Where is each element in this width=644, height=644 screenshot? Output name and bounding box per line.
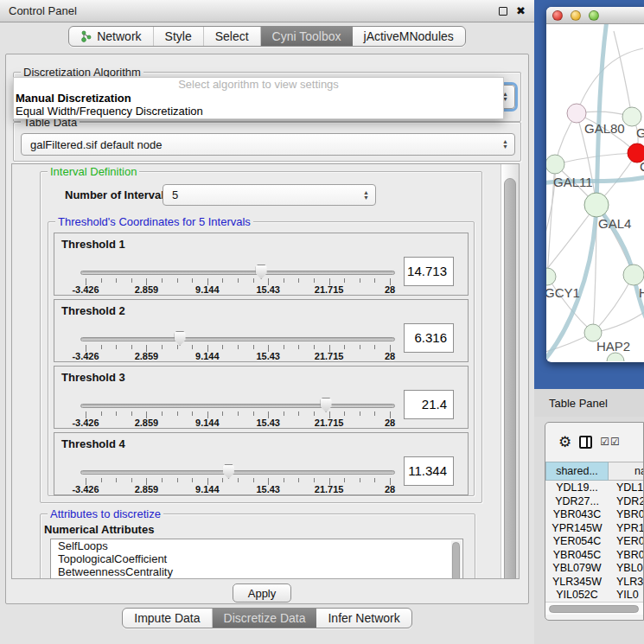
table-header-row: shared... na [545, 462, 644, 481]
attribute-item-topologicalcoefficient[interactable]: TopologicalCoefficient [51, 552, 462, 565]
network-node[interactable] [607, 353, 624, 361]
slider-track[interactable] [80, 404, 395, 408]
network-icon [80, 30, 92, 42]
numerical-attributes-list[interactable]: SelfLoopsTopologicalCoefficientBetweenne… [50, 539, 463, 579]
slider-tick-labels: -3.4262.8599.14415.4321.71528 [86, 418, 390, 428]
combo-arrows-icon: ▲▼ [502, 139, 508, 150]
attribute-item-selfloops[interactable]: SelfLoops [51, 539, 462, 552]
node-label-gal11: GAL11 [553, 175, 593, 189]
network-node[interactable] [546, 268, 556, 285]
float-window-icon[interactable] [499, 7, 507, 16]
threshold-value-field[interactable]: 14.713 [404, 257, 454, 286]
bottom-tabbar: Impute DataDiscretize DataInfer Network [0, 608, 534, 628]
combo-arrows-icon: ▲▼ [363, 190, 369, 201]
network-canvas[interactable]: GAL80GACGAL11GAL4GCY1HHAP2 [546, 24, 644, 361]
network-node[interactable] [567, 104, 586, 123]
tab-jactivemnodules[interactable]: jActiveMNodules [353, 27, 465, 46]
threshold-value-field[interactable]: 11.344 [404, 456, 454, 486]
network-node[interactable] [546, 155, 564, 174]
network-edge[interactable] [577, 48, 643, 113]
table-panel-title: Table Panel [549, 397, 608, 410]
tab-impute-data[interactable]: Impute Data [123, 609, 212, 628]
threshold-value-field[interactable]: 6.316 [404, 323, 454, 353]
scrollbar-thumb[interactable] [504, 178, 516, 579]
tab-infer-network[interactable]: Infer Network [316, 609, 411, 628]
table-data-combobox[interactable]: galFiltered.sif default node ▲▼ [21, 133, 515, 156]
table-row[interactable]: YIL052CYIL0 [545, 589, 644, 603]
slider-tick-labels: -3.4262.8599.14415.4321.71528 [86, 484, 390, 494]
bottom-tab-control: Impute DataDiscretize DataInfer Network [122, 608, 411, 628]
cell-shared-name: YBR043C [545, 508, 609, 522]
top-tabbar: NetworkStyleSelectCyni ToolboxjActiveMNo… [0, 26, 534, 47]
apply-button[interactable]: Apply [233, 583, 291, 603]
algorithm-placeholder-option[interactable]: Select algorithm to view settings [14, 78, 503, 92]
slider-thumb[interactable] [320, 398, 333, 412]
threshold-title: Threshold 2 [61, 304, 125, 317]
algorithm-option-equal-width[interactable]: Equal Width/Frequency Discretization [14, 105, 503, 118]
table-data-group: Table Data galFiltered.sif default node … [13, 122, 521, 162]
network-edge[interactable] [614, 31, 632, 117]
tab-label: Impute Data [134, 611, 200, 625]
node-label-c: C [640, 159, 644, 174]
scrollbar-thumb[interactable] [549, 605, 639, 613]
slider-track[interactable] [80, 271, 395, 275]
table-row[interactable]: YPR145WYPR1 [545, 522, 644, 536]
table-body: YDL19...YDL1YDR27...YDR2YBR043CYBR0YPR14… [545, 481, 644, 603]
slider-thumb[interactable] [174, 331, 187, 346]
network-graph: GAL80GACGAL11GAL4GCY1HHAP2 [546, 24, 644, 361]
threshold-panel-3: Threshold 3-3.4262.8599.14415.4321.71528… [54, 366, 469, 429]
network-window-titlebar [546, 7, 644, 24]
cell-shared-name: YBR045C [545, 549, 609, 563]
column-header-shared-name[interactable]: shared... [545, 462, 609, 481]
tab-style[interactable]: Style [154, 27, 204, 46]
tab-cyni-toolbox[interactable]: Cyni Toolbox [261, 27, 353, 46]
vertical-scrollbar[interactable] [501, 164, 519, 578]
columns-icon[interactable] [579, 436, 592, 449]
slider-track[interactable] [80, 337, 395, 341]
node-label-gal4: GAL4 [598, 216, 631, 231]
table-toolbar: ⚙ ☑☑ [545, 423, 643, 461]
table-row[interactable]: YDL19...YDL1 [545, 481, 644, 495]
number-of-intervals-label: Number of Intervals [65, 188, 170, 201]
network-node[interactable] [623, 265, 644, 285]
minimize-traffic-light[interactable] [571, 10, 581, 21]
column-header-name[interactable]: na [609, 462, 644, 481]
algorithm-option-manual[interactable]: Manual Discretization [14, 92, 503, 105]
network-node[interactable] [622, 107, 641, 126]
close-icon[interactable]: ✖ [516, 7, 526, 16]
thresholds-group: Threshold's Coordinates for 5 Intervals … [48, 221, 475, 496]
node-label-h: H [639, 285, 644, 300]
select-columns-icon[interactable]: ☑☑ [600, 436, 621, 448]
gear-icon[interactable]: ⚙ [558, 435, 571, 450]
slider-thumb[interactable] [222, 464, 235, 479]
attribute-item-betweennesscentrality[interactable]: BetweennessCentrality [51, 565, 462, 578]
algorithm-dropdown-popup: Select algorithm to view settings Manual… [13, 77, 504, 119]
table-row[interactable]: YDR27...YDR2 [545, 495, 644, 509]
number-of-intervals-combobox[interactable]: 5 ▲▼ [163, 184, 376, 206]
table-row[interactable]: YBL079WYBL0 [545, 562, 644, 576]
node-label-hap2: HAP2 [596, 339, 630, 354]
close-traffic-light[interactable] [552, 10, 563, 21]
number-of-intervals-value: 5 [172, 188, 178, 201]
tab-network[interactable]: Network [69, 27, 153, 46]
threshold-title: Threshold 1 [61, 238, 125, 251]
slider-thumb[interactable] [255, 265, 268, 279]
threshold-value-field[interactable]: 21.4 [404, 390, 454, 419]
cell-name: YBL0 [609, 562, 644, 576]
control-panel-titlebar: Control Panel ✖ [0, 0, 534, 22]
network-node[interactable] [584, 193, 609, 217]
tab-discretize-data[interactable]: Discretize Data [213, 609, 317, 628]
table-row[interactable]: YBR043CYBR0 [545, 508, 644, 522]
tab-select[interactable]: Select [204, 27, 261, 46]
table-row[interactable]: YER054CYER0 [545, 535, 644, 549]
table-row[interactable]: YLR345WYLR3 [545, 576, 644, 590]
table-row[interactable]: YBR045CYBR0 [545, 549, 644, 563]
list-scrollbar[interactable] [451, 540, 462, 579]
horizontal-scrollbar[interactable] [545, 602, 644, 615]
slider-track[interactable] [80, 470, 395, 475]
zoom-traffic-light[interactable] [589, 10, 599, 21]
threshold-panel-4: Threshold 4-3.4262.8599.14415.4321.71528… [54, 432, 469, 495]
threshold-title: Threshold 3 [61, 371, 125, 384]
table-data-value: galFiltered.sif default node [30, 138, 162, 151]
numerical-attributes-label: Numerical Attributes [44, 523, 154, 536]
